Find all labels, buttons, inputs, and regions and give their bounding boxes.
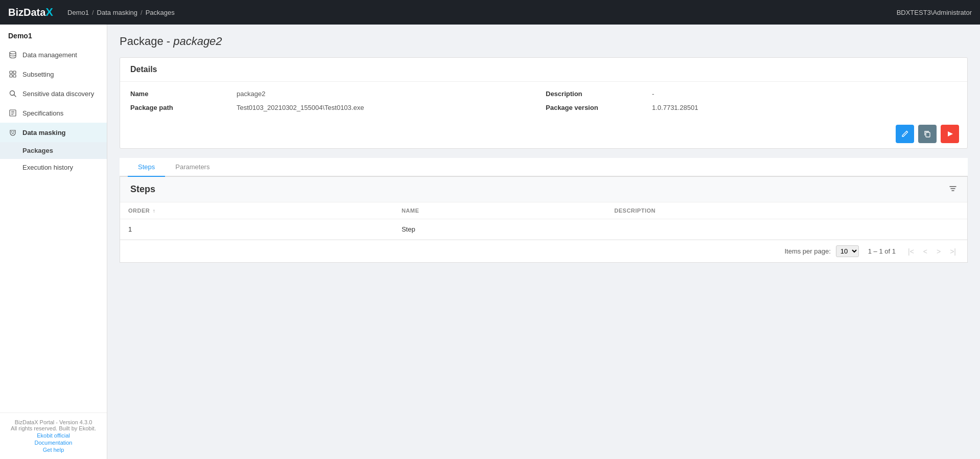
steps-section: Steps ORDER ↑ NAME — [120, 177, 968, 263]
details-grid: Name package2 Description - Package path… — [130, 90, 957, 111]
details-label-description: Description — [546, 90, 648, 98]
topbar-user: BDXTEST3\Administrator — [897, 9, 972, 16]
pagination-label: Items per page: — [784, 247, 830, 255]
col-header-description: DESCRIPTION — [606, 202, 967, 219]
layout: Demo1 Data management — [0, 25, 980, 459]
cell-order: 1 — [120, 219, 393, 240]
footer-link-docs[interactable]: Documentation — [8, 440, 99, 446]
details-value-version: 1.0.7731.28501 — [652, 104, 957, 111]
logo-text: BizDataX — [8, 6, 53, 19]
topbar-left: BizDataX Demo1 / Data masking / Packages — [8, 6, 175, 19]
details-value-description: - — [652, 90, 957, 98]
steps-table: ORDER ↑ NAME DESCRIPTION 1 Step — [120, 202, 967, 240]
details-card-body: Name package2 Description - Package path… — [120, 82, 967, 120]
sidebar-label-sensitive-data: Sensitive data discovery — [22, 90, 94, 98]
footer-link-ekobit[interactable]: Ekobit official — [8, 432, 99, 439]
mask-icon — [8, 128, 17, 137]
run-button[interactable] — [941, 125, 959, 143]
action-buttons — [120, 120, 967, 148]
details-value-name: package2 — [237, 90, 542, 98]
breadcrumb-sep1: / — [92, 9, 94, 16]
details-card: Details Name package2 Description - Pack… — [120, 57, 968, 149]
topbar: BizDataX Demo1 / Data masking / Packages… — [0, 0, 980, 25]
sidebar-label-data-masking: Data masking — [22, 129, 66, 136]
breadcrumb: Demo1 / Data masking / Packages — [67, 9, 175, 16]
sidebar-label-subsetting: Subsetting — [22, 71, 54, 78]
search-icon — [8, 89, 17, 98]
filter-icon[interactable] — [949, 185, 957, 195]
first-page-button[interactable]: |< — [905, 246, 917, 257]
main-content: Package - package2 Details Name package2… — [107, 25, 980, 459]
col-header-name: NAME — [393, 202, 606, 219]
sidebar-item-sensitive-data[interactable]: Sensitive data discovery — [0, 84, 107, 103]
copy-button[interactable] — [918, 125, 937, 143]
svg-rect-14 — [926, 132, 930, 137]
sidebar-item-specifications[interactable]: Specifications — [0, 103, 107, 123]
svg-point-12 — [13, 131, 14, 132]
next-page-button[interactable]: > — [934, 246, 944, 257]
breadcrumb-data-masking[interactable]: Data masking — [97, 9, 137, 16]
sidebar-footer: BizDataX Portal - Version 4.3.0 All righ… — [0, 412, 107, 459]
footer-rights: All rights reserved. Built by Ekobit. — [8, 425, 99, 431]
details-label-version: Package version — [546, 104, 648, 111]
pagination: Items per page: 102550 1 – 1 of 1 |< < >… — [120, 240, 967, 262]
sidebar-project-title: Demo1 — [0, 25, 107, 45]
sidebar-sub-item-packages[interactable]: Packages — [0, 142, 107, 159]
cell-description — [606, 219, 967, 240]
logo: BizDataX — [8, 6, 53, 19]
book-icon — [8, 108, 17, 118]
puzzle-icon — [8, 70, 17, 79]
svg-rect-3 — [10, 75, 12, 77]
details-label-path: Package path — [130, 104, 232, 111]
page-title-prefix: Package - — [120, 35, 173, 48]
db-icon — [8, 50, 17, 59]
col-header-order[interactable]: ORDER ↑ — [120, 202, 393, 219]
per-page-select[interactable]: 102550 — [836, 245, 859, 257]
sidebar-sub-item-execution-history[interactable]: Execution history — [0, 159, 107, 176]
breadcrumb-sep2: / — [141, 9, 143, 16]
tab-parameters[interactable]: Parameters — [165, 158, 220, 177]
sidebar-label-data-management: Data management — [22, 51, 77, 59]
svg-marker-15 — [948, 131, 953, 136]
svg-point-0 — [10, 52, 16, 54]
sidebar-item-data-masking[interactable]: Data masking — [0, 123, 107, 142]
details-card-header: Details — [120, 58, 967, 82]
footer-link-help[interactable]: Get help — [8, 447, 99, 453]
prev-page-button[interactable]: < — [920, 246, 930, 257]
page-title-name: package2 — [173, 35, 222, 48]
details-label-name: Name — [130, 90, 232, 98]
steps-section-title: Steps — [130, 184, 155, 195]
steps-header: Steps — [120, 177, 967, 202]
svg-line-6 — [14, 95, 16, 97]
page-info: 1 – 1 of 1 — [868, 247, 896, 255]
svg-rect-4 — [13, 75, 16, 77]
cell-name: Step — [393, 219, 606, 240]
table-header-row: ORDER ↑ NAME DESCRIPTION — [120, 202, 967, 219]
sort-arrow-order: ↑ — [153, 208, 156, 214]
svg-rect-1 — [10, 71, 12, 74]
svg-rect-2 — [13, 71, 16, 74]
edit-button[interactable] — [896, 125, 914, 143]
tab-steps[interactable]: Steps — [128, 158, 165, 177]
last-page-button[interactable]: >| — [947, 246, 959, 257]
sidebar-content: Demo1 Data management — [0, 25, 107, 176]
sidebar-label-specifications: Specifications — [22, 109, 63, 117]
breadcrumb-packages[interactable]: Packages — [146, 9, 175, 16]
sidebar-item-data-management[interactable]: Data management — [0, 45, 107, 64]
footer-version: BizDataX Portal - Version 4.3.0 — [8, 419, 99, 425]
tabs: Steps Parameters — [120, 158, 968, 177]
tabs-and-steps: Steps Parameters Steps — [120, 158, 968, 263]
logo-x: X — [45, 6, 53, 18]
sidebar: Demo1 Data management — [0, 25, 107, 459]
table-row: 1 Step — [120, 219, 967, 240]
details-value-path: Test0103_20210302_155004\Test0103.exe — [237, 104, 542, 111]
svg-point-11 — [11, 131, 12, 132]
page-title: Package - package2 — [120, 35, 968, 48]
breadcrumb-demo1[interactable]: Demo1 — [67, 9, 89, 16]
sidebar-item-subsetting[interactable]: Subsetting — [0, 64, 107, 84]
